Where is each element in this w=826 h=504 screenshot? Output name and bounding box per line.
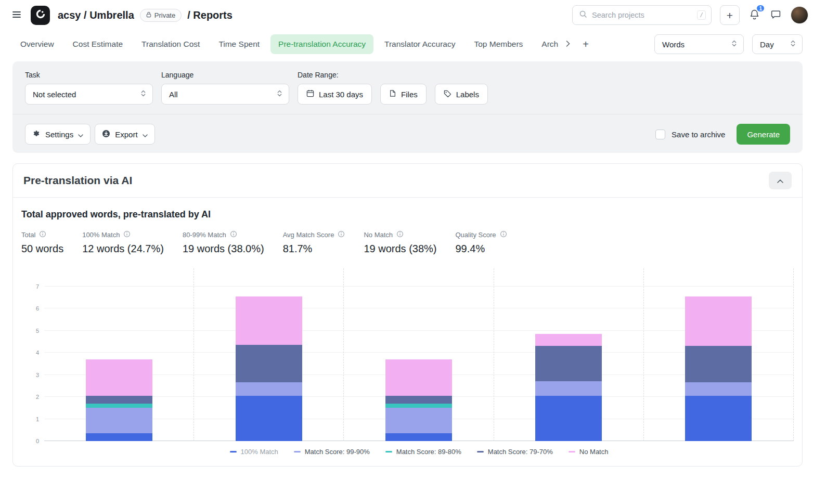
- y-tick-label: 7: [36, 283, 39, 290]
- y-tick-label: 1: [36, 416, 39, 422]
- y-tick-label: 0: [36, 438, 39, 444]
- files-filter-button[interactable]: Files: [380, 84, 427, 105]
- user-avatar[interactable]: [791, 6, 808, 24]
- tab-translation-cost[interactable]: Translation Cost: [134, 34, 208, 54]
- stacked-bar-chart: 01234567 100% MatchMatch Score: 99-90%Ma…: [21, 268, 794, 460]
- info-icon[interactable]: [123, 230, 131, 239]
- save-to-archive-checkbox[interactable]: [655, 130, 665, 139]
- report-tabs: Overview Cost Estimate Translation Cost …: [0, 30, 826, 61]
- stacked-bar[interactable]: [86, 359, 152, 441]
- bar-segment[interactable]: [385, 359, 452, 396]
- info-icon[interactable]: [338, 230, 345, 239]
- chart-column: [494, 268, 644, 441]
- legend-item[interactable]: Match Score: 99-90%: [294, 448, 370, 456]
- tab-pre-translation-accuracy[interactable]: Pre-translation Accuracy: [270, 34, 373, 54]
- bar-segment[interactable]: [385, 404, 452, 408]
- legend-item[interactable]: Match Score: 89-80%: [385, 448, 461, 456]
- legend-label: Match Score: 79-70%: [488, 448, 553, 456]
- legend-marker: [294, 451, 301, 453]
- labels-filter-label: Labels: [456, 90, 479, 99]
- bar-segment[interactable]: [535, 346, 602, 381]
- chart-plot-area: [44, 268, 794, 441]
- bar-segment[interactable]: [685, 396, 752, 441]
- report-card: Pre-translation via AI Total approved wo…: [12, 163, 803, 467]
- stat-80-99-match: 80-99% Match 19 words (38.0%): [183, 230, 264, 255]
- tab-overview[interactable]: Overview: [12, 34, 62, 54]
- stacked-bar[interactable]: [236, 296, 302, 441]
- bar-segment[interactable]: [86, 408, 152, 433]
- stacked-bar[interactable]: [685, 296, 752, 441]
- bar-segment[interactable]: [236, 396, 302, 441]
- stat-value: 12 words (24.7%): [82, 243, 164, 255]
- tab-archive[interactable]: Arch: [534, 34, 558, 54]
- info-icon[interactable]: [500, 230, 507, 239]
- gear-icon: [32, 130, 41, 139]
- date-range-label: Date Range:: [298, 71, 488, 79]
- info-icon[interactable]: [39, 230, 46, 239]
- bar-segment[interactable]: [236, 382, 302, 396]
- language-select[interactable]: All: [161, 84, 289, 105]
- tab-top-members[interactable]: Top Members: [466, 34, 531, 54]
- app-logo[interactable]: [31, 6, 50, 25]
- stacked-bar[interactable]: [385, 359, 452, 441]
- messages-button[interactable]: [769, 8, 782, 22]
- filter-row: Task Not selected Language All Date Rang…: [25, 71, 790, 105]
- hamburger-icon: [11, 9, 22, 21]
- date-range-button[interactable]: Last 30 days: [298, 84, 372, 105]
- bar-segment[interactable]: [685, 296, 752, 346]
- stat-label: Total: [21, 231, 35, 239]
- stat-label: No Match: [364, 231, 393, 239]
- bar-segment[interactable]: [86, 404, 152, 408]
- tab-time-spent[interactable]: Time Spent: [211, 34, 267, 54]
- period-select[interactable]: Day: [752, 34, 803, 54]
- actions-row: Settings Export Save to archive Generate: [25, 124, 790, 145]
- bar-segment[interactable]: [236, 345, 302, 382]
- bar-segment[interactable]: [86, 396, 152, 404]
- file-icon: [389, 89, 396, 99]
- date-range-value: Last 30 days: [319, 90, 363, 99]
- notifications-button[interactable]: 1: [748, 8, 761, 22]
- hamburger-menu-button[interactable]: [10, 8, 23, 22]
- top-bar: acsy / Umbrella Private / Reports / + 1: [0, 0, 826, 30]
- bar-segment[interactable]: [685, 382, 752, 396]
- labels-filter-button[interactable]: Labels: [435, 84, 488, 105]
- bar-segment[interactable]: [535, 381, 602, 396]
- legend-item[interactable]: 100% Match: [230, 448, 278, 456]
- stat-label: Quality Score: [455, 231, 496, 239]
- bar-segment[interactable]: [236, 296, 302, 345]
- chevron-up-icon: [777, 177, 783, 185]
- chart-column: [344, 268, 494, 441]
- tab-cost-estimate[interactable]: Cost Estimate: [65, 34, 131, 54]
- panel-divider: [12, 114, 803, 114]
- bar-segment[interactable]: [685, 346, 752, 382]
- stacked-bar[interactable]: [535, 334, 602, 441]
- task-select[interactable]: Not selected: [25, 84, 153, 105]
- unit-select[interactable]: Words: [654, 34, 744, 54]
- legend-marker: [477, 451, 484, 453]
- tabs-scroll-right-button[interactable]: [561, 36, 575, 53]
- bar-segment[interactable]: [86, 359, 152, 396]
- bar-segment[interactable]: [385, 408, 452, 433]
- breadcrumb-project[interactable]: acsy / Umbrella: [58, 9, 134, 21]
- calendar-icon: [306, 89, 314, 99]
- settings-button[interactable]: Settings: [25, 124, 91, 145]
- legend-item[interactable]: Match Score: 79-70%: [477, 448, 553, 456]
- add-report-tab-button[interactable]: +: [578, 35, 593, 54]
- info-icon[interactable]: [230, 230, 237, 239]
- legend-item[interactable]: No Match: [569, 448, 609, 456]
- create-project-button[interactable]: +: [720, 5, 740, 25]
- export-button[interactable]: Export: [95, 124, 154, 145]
- bar-segment[interactable]: [535, 334, 602, 346]
- collapse-card-button[interactable]: [769, 172, 792, 189]
- bar-segment[interactable]: [385, 433, 452, 441]
- info-icon[interactable]: [396, 230, 404, 239]
- generate-button[interactable]: Generate: [737, 124, 790, 145]
- bar-segment[interactable]: [535, 396, 602, 441]
- tab-translator-accuracy[interactable]: Translator Accuracy: [377, 34, 463, 54]
- language-label: Language: [161, 71, 289, 79]
- bar-segment[interactable]: [385, 396, 452, 404]
- language-filter-group: Language All: [161, 71, 289, 105]
- search-input[interactable]: [592, 11, 692, 19]
- bar-segment[interactable]: [86, 433, 152, 441]
- stat-label: Avg Match Score: [283, 231, 334, 239]
